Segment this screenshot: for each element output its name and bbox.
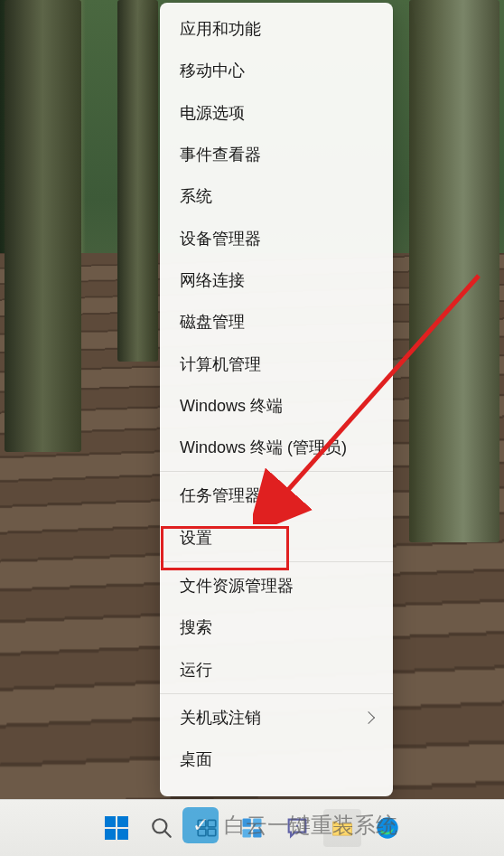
- svg-line-3: [164, 831, 171, 837]
- svg-point-12: [296, 825, 298, 827]
- chevron-right-icon: [362, 711, 375, 724]
- menu-device-manager[interactable]: 设备管理器: [160, 217, 393, 259]
- menu-computer-management[interactable]: 计算机管理: [160, 343, 393, 384]
- svg-rect-7: [208, 829, 216, 836]
- search-icon: [150, 816, 173, 840]
- start-button[interactable]: [98, 809, 135, 847]
- menu-task-manager[interactable]: 任务管理器: [160, 475, 393, 516]
- menu-network-connections[interactable]: 网络连接: [160, 259, 393, 301]
- menu-apps-features[interactable]: 应用和功能: [160, 8, 393, 50]
- edge-icon: [375, 815, 400, 841]
- menu-disk-management[interactable]: 磁盘管理: [160, 301, 393, 343]
- chat-icon: [285, 815, 310, 841]
- menu-item-label: Windows 终端: [180, 395, 283, 417]
- file-explorer-button[interactable]: [323, 809, 361, 847]
- menu-item-label: 系统: [180, 185, 212, 207]
- menu-item-label: Windows 终端 (管理员): [180, 437, 347, 458]
- menu-windows-terminal-admin[interactable]: Windows 终端 (管理员): [160, 427, 393, 468]
- menu-item-label: 关机或注销: [180, 707, 261, 729]
- wallpaper-tree: [409, 0, 499, 542]
- task-view-icon: [195, 816, 219, 840]
- widgets-button[interactable]: [233, 809, 271, 847]
- svg-rect-4: [198, 820, 206, 827]
- menu-separator: [160, 561, 393, 562]
- edge-button[interactable]: [369, 809, 406, 847]
- menu-item-label: 搜索: [180, 616, 212, 638]
- widgets-icon: [239, 815, 265, 841]
- svg-rect-9: [253, 819, 261, 827]
- menu-settings[interactable]: 设置: [160, 517, 393, 559]
- menu-item-label: 设置: [180, 527, 212, 549]
- task-view-button[interactable]: [188, 809, 226, 847]
- svg-point-13: [377, 817, 397, 838]
- taskbar: [0, 799, 504, 856]
- menu-desktop[interactable]: 桌面: [160, 738, 393, 780]
- menu-item-label: 网络连接: [180, 269, 245, 291]
- menu-item-label: 应用和功能: [180, 18, 261, 40]
- menu-item-label: 事件查看器: [180, 144, 261, 165]
- menu-item-label: 任务管理器: [180, 484, 261, 506]
- menu-system[interactable]: 系统: [160, 175, 393, 217]
- wallpaper-tree: [5, 0, 81, 452]
- menu-windows-terminal[interactable]: Windows 终端: [160, 385, 393, 427]
- menu-event-viewer[interactable]: 事件查看器: [160, 134, 393, 175]
- taskbar-search-button[interactable]: [143, 809, 181, 847]
- menu-shutdown-signout[interactable]: 关机或注销: [160, 697, 393, 738]
- svg-rect-10: [243, 829, 251, 837]
- menu-item-label: 磁盘管理: [180, 311, 245, 333]
- svg-rect-6: [198, 829, 206, 836]
- menu-search[interactable]: 搜索: [160, 607, 393, 648]
- menu-item-label: 运行: [180, 659, 212, 681]
- menu-item-label: 文件资源管理器: [180, 575, 294, 597]
- menu-item-label: 计算机管理: [180, 353, 261, 375]
- menu-separator: [160, 471, 393, 472]
- svg-rect-11: [253, 829, 261, 837]
- menu-item-label: 桌面: [180, 748, 212, 770]
- svg-rect-5: [208, 820, 216, 827]
- menu-power-options[interactable]: 电源选项: [160, 92, 393, 134]
- menu-item-label: 设备管理器: [180, 228, 261, 249]
- menu-file-explorer[interactable]: 文件资源管理器: [160, 565, 393, 607]
- menu-run[interactable]: 运行: [160, 648, 393, 690]
- svg-rect-8: [243, 819, 251, 827]
- windows-logo-icon: [105, 816, 128, 840]
- folder-icon: [330, 815, 355, 841]
- menu-item-label: 电源选项: [180, 102, 245, 124]
- menu-item-label: 移动中心: [180, 60, 245, 81]
- menu-mobility-center[interactable]: 移动中心: [160, 50, 393, 91]
- menu-separator: [160, 693, 393, 694]
- chat-button[interactable]: [278, 809, 316, 847]
- wallpaper-tree: [117, 0, 158, 362]
- winx-context-menu: 应用和功能移动中心电源选项事件查看器系统设备管理器网络连接磁盘管理计算机管理Wi…: [160, 3, 393, 796]
